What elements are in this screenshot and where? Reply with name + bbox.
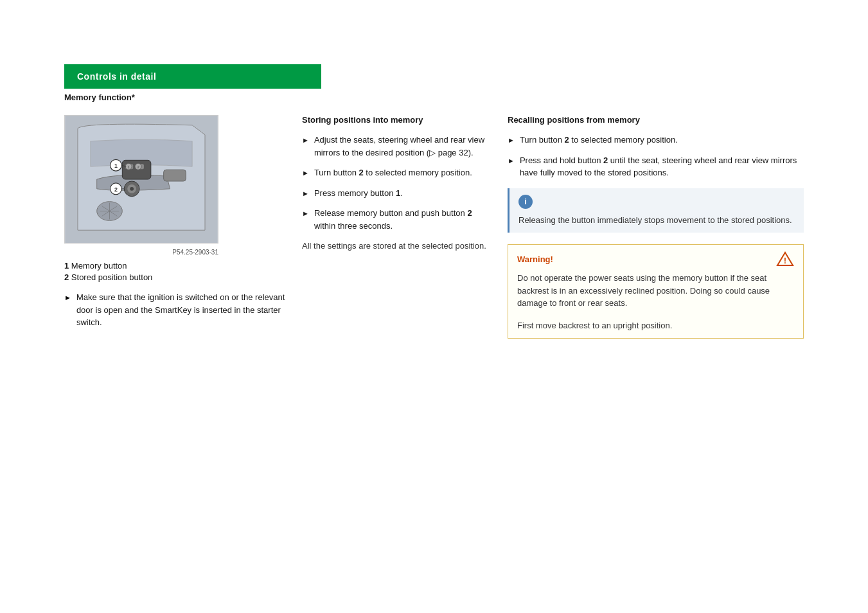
label-stored-text: Stored position button	[71, 272, 152, 282]
recalling-arrow-2: ►	[508, 155, 515, 166]
middle-column: Storing positions into memory ► Adjust t…	[302, 115, 501, 339]
recalling-bullet-list: ► Turn button 2 to selected memory posit…	[508, 134, 804, 179]
svg-text:2: 2	[137, 165, 139, 169]
storing-arrow-4: ►	[302, 208, 309, 219]
storing-bullet-1: ► Adjust the seats, steering wheel and r…	[302, 134, 488, 159]
label-memory-text: Memory button	[71, 261, 127, 271]
storing-bullet-3: ► Press memory button 1.	[302, 187, 488, 200]
info-box-text: Releasing the button immediately stops m…	[518, 214, 795, 227]
warning-title: Warning!	[517, 254, 553, 264]
left-column: 1 2 1 2 P54.25-2903-31	[64, 115, 302, 339]
header-bar: Controls in detail	[64, 64, 321, 89]
label-memory-button: 1 Memory button	[64, 261, 302, 271]
recalling-arrow-1: ►	[508, 135, 515, 146]
main-content: 1 2 1 2 P54.25-2903-31	[0, 115, 868, 339]
recalling-text-2: Press and hold button 2 until the seat, …	[520, 154, 804, 179]
warning-box: Warning! ! Do not operate the power seat…	[508, 244, 804, 339]
warning-header: Warning! !	[517, 251, 794, 267]
left-bullet: ► Make sure that the ignition is switche…	[64, 291, 302, 329]
header-title: Controls in detail	[77, 71, 156, 82]
storing-text-3: Press memory button 1.	[314, 187, 403, 200]
storing-bullet-2: ► Turn button 2 to selected memory posit…	[302, 166, 488, 179]
svg-rect-1	[164, 170, 186, 181]
svg-rect-7	[122, 160, 151, 179]
storing-arrow-3: ►	[302, 188, 309, 199]
svg-text:2: 2	[114, 186, 118, 193]
recalling-bullet-1: ► Turn button 2 to selected memory posit…	[508, 134, 804, 147]
storing-text-1: Adjust the seats, steering wheel and rea…	[314, 134, 488, 159]
info-box: i Releasing the button immediately stops…	[508, 188, 804, 233]
section-subtitle: Memory function*	[64, 93, 868, 102]
info-icon: i	[518, 195, 533, 209]
svg-point-16	[130, 187, 134, 191]
left-bullet-text: Make sure that the ignition is switched …	[76, 291, 289, 329]
label-stored-button: 2 Stored position button	[64, 272, 302, 282]
image-caption: P54.25-2903-31	[64, 249, 218, 256]
recalling-heading: Recalling positions from memory	[508, 115, 804, 125]
label-num-1: 1	[64, 261, 69, 271]
svg-text:1: 1	[114, 163, 118, 169]
car-door-image: 1 2 1 2	[64, 115, 218, 244]
warning-triangle-icon: !	[776, 251, 794, 267]
storing-heading: Storing positions into memory	[302, 115, 488, 125]
label-num-2: 2	[64, 272, 69, 282]
storing-note: All the settings are stored at the selec…	[302, 240, 488, 253]
storing-bullet-4: ► Release memory button and push button …	[302, 207, 488, 232]
storing-text-2: Turn button 2 to selected memory positio…	[314, 166, 472, 179]
page-container: Controls in detail Memory function*	[0, 64, 868, 613]
recalling-text-1: Turn button 2 to selected memory positio…	[520, 134, 678, 147]
svg-text:!: !	[784, 256, 786, 265]
warning-text-1: Do not operate the power seats using the…	[517, 272, 794, 310]
storing-arrow-1: ►	[302, 135, 309, 146]
storing-arrow-2: ►	[302, 168, 309, 179]
right-column: Recalling positions from memory ► Turn b…	[501, 115, 804, 339]
left-bullet-arrow: ►	[64, 292, 71, 303]
storing-bullet-list: ► Adjust the seats, steering wheel and r…	[302, 134, 488, 232]
warning-text-2: First move backrest to an upright positi…	[517, 319, 794, 332]
storing-text-4: Release memory button and push button 2 …	[314, 207, 488, 232]
recalling-bullet-2: ► Press and hold button 2 until the seat…	[508, 154, 804, 179]
